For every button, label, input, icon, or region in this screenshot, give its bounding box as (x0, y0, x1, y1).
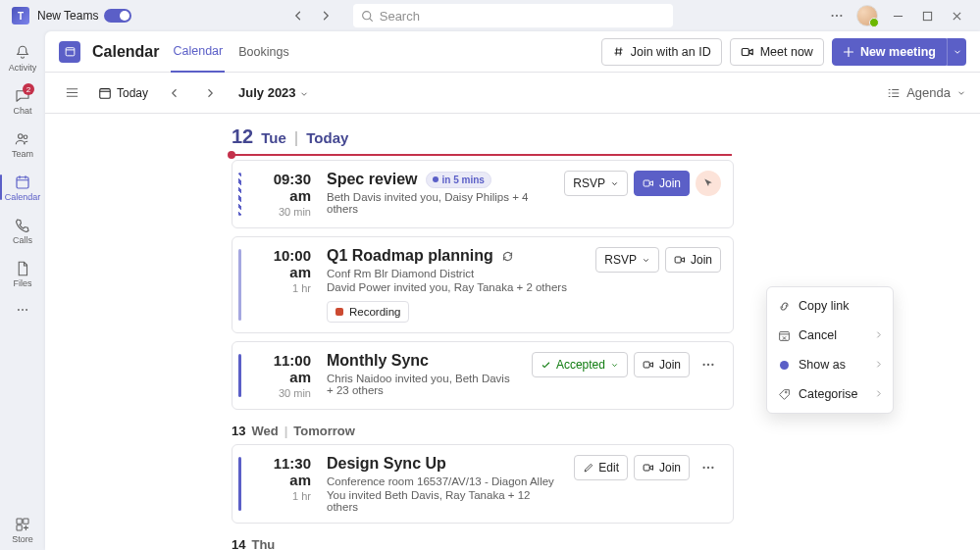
svg-point-1 (832, 15, 834, 17)
svg-rect-18 (675, 257, 681, 263)
recording-label: Recording (349, 306, 400, 318)
history-forward-button[interactable] (314, 4, 337, 27)
more-menu-button[interactable] (827, 6, 847, 25)
chevron-down-icon (299, 89, 309, 99)
rail-calls[interactable]: Calls (0, 210, 45, 251)
svg-point-5 (19, 133, 24, 138)
chevron-right-icon (874, 387, 883, 401)
rail-more[interactable] (0, 296, 45, 324)
today-label: Today (117, 86, 148, 100)
view-picker[interactable]: Agenda (887, 85, 966, 100)
svg-rect-19 (644, 362, 649, 368)
tab-calendar[interactable]: Calendar (171, 31, 225, 73)
event-attendees: Beth Davis invited you, Daisy Philips + … (327, 191, 548, 215)
rail-activity[interactable]: Activity (0, 37, 45, 78)
link-icon (777, 299, 791, 313)
svg-point-10 (26, 309, 27, 311)
hamburger-menu-button[interactable] (59, 80, 84, 106)
month-label-text: July 2023 (238, 85, 296, 100)
menu-cancel[interactable]: Cancel (767, 321, 893, 350)
chevron-down-icon (610, 179, 619, 188)
new-teams-toggle[interactable] (104, 9, 131, 23)
rail-label: Activity (9, 63, 37, 73)
today-button[interactable]: Today (94, 80, 152, 106)
day-heading: 13 Wed | Tomorrow (232, 424, 970, 438)
day-number: 12 (232, 125, 253, 148)
join-button[interactable]: Join (634, 171, 690, 196)
history-back-button[interactable] (286, 4, 310, 27)
edit-button[interactable]: Edit (574, 455, 628, 480)
month-picker[interactable]: July 2023 (238, 85, 309, 100)
rail-label: Store (12, 534, 33, 544)
rail-chat[interactable]: 2 Chat (0, 80, 45, 122)
status-button[interactable]: Accepted (532, 352, 628, 377)
new-meeting-button[interactable]: New meeting (832, 38, 947, 66)
new-meeting-menu-button[interactable] (947, 38, 966, 66)
svg-point-22 (711, 364, 713, 366)
store-icon (14, 516, 31, 533)
svg-rect-14 (66, 48, 75, 56)
event-duration: 30 min (248, 387, 311, 399)
window-maximize-button[interactable] (917, 6, 937, 25)
rail-team[interactable]: Team (0, 124, 45, 165)
join-button[interactable]: Join (634, 352, 690, 377)
join-button[interactable]: Join (634, 455, 690, 480)
svg-point-3 (840, 15, 842, 17)
window-minimize-button[interactable] (888, 6, 907, 25)
event-card[interactable]: 11:30 am 1 hr Design Sync Up Conference … (232, 444, 734, 524)
event-more-button[interactable] (696, 171, 721, 196)
join-with-id-button[interactable]: Join with an ID (601, 38, 722, 66)
rail-files[interactable]: Files (0, 253, 45, 294)
user-avatar[interactable] (856, 5, 878, 26)
svg-rect-11 (17, 519, 22, 524)
menu-show-as[interactable]: Show as (767, 350, 893, 379)
svg-point-21 (707, 364, 709, 366)
rail-store[interactable]: Store (0, 509, 45, 550)
event-more-button[interactable] (696, 352, 721, 377)
svg-point-6 (24, 134, 27, 138)
phone-icon (14, 217, 31, 234)
day-extra: Today (306, 129, 348, 146)
search-field[interactable]: Search (353, 4, 673, 27)
event-attendees: You invited Beth Davis, Ray Tanaka + 12 … (327, 489, 558, 513)
event-time: 09:30 am (248, 171, 311, 204)
event-card[interactable]: 11:00 am 30 min Monthly Sync Chris Naido… (232, 341, 734, 410)
checkmark-icon (541, 360, 551, 371)
status-label: Accepted (556, 358, 605, 372)
recurring-icon (501, 250, 514, 263)
rail-label: Calls (13, 235, 32, 245)
join-button[interactable]: Join (665, 247, 721, 273)
day-number: 13 (232, 424, 245, 438)
status-dot-icon (777, 358, 791, 372)
titlebar: T New Teams Search (0, 0, 980, 31)
cursor-pointer-icon (702, 177, 714, 189)
file-icon (14, 260, 31, 277)
event-card[interactable]: 09:30 am 30 min Spec review in 5 mins Be… (232, 160, 734, 228)
plus-icon (843, 46, 854, 58)
recording-pill[interactable]: Recording (327, 301, 409, 323)
svg-rect-15 (742, 48, 748, 55)
window-close-button[interactable] (947, 6, 966, 25)
menu-copy-link[interactable]: Copy link (767, 291, 893, 321)
event-attendees: Chris Naidoo invited you, Beth Davis + 2… (327, 373, 516, 396)
rsvp-button[interactable]: RSVP (595, 247, 659, 273)
event-more-button[interactable] (696, 455, 721, 480)
edit-label: Edit (598, 461, 619, 475)
tab-bookings[interactable]: Bookings (236, 32, 290, 72)
next-period-button[interactable] (197, 80, 223, 106)
tag-icon (777, 387, 791, 401)
rsvp-button[interactable]: RSVP (564, 171, 628, 196)
svg-rect-12 (24, 519, 28, 524)
menu-label: Show as (799, 358, 846, 372)
event-card[interactable]: 10:00 am 1 hr Q1 Roadmap planning Conf R… (232, 236, 734, 333)
svg-point-9 (22, 309, 24, 311)
prev-period-button[interactable] (162, 80, 187, 106)
meet-now-button[interactable]: Meet now (730, 38, 824, 66)
svg-point-26 (711, 467, 713, 469)
menu-label: Copy link (799, 299, 849, 313)
rsvp-label: RSVP (604, 253, 637, 267)
video-icon (674, 254, 686, 266)
day-heading: 14 Thu (232, 537, 970, 550)
rail-calendar[interactable]: Calendar (0, 167, 45, 208)
menu-categorise[interactable]: Categorise (767, 379, 893, 409)
